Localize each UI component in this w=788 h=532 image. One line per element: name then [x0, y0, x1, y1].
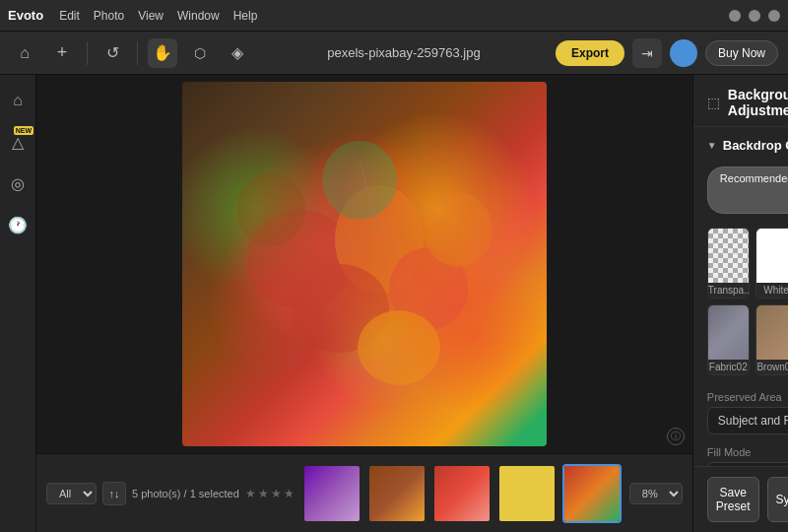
buy-now-button[interactable]: Buy Now [705, 40, 778, 66]
filmstrip: All ↑↓ 5 photo(s) / 1 selected ★ ★ ★ ★ [36, 453, 692, 532]
section-title: Backdrop Changer [723, 138, 788, 153]
panel-header: ⬚ Background Adjustments [693, 75, 788, 127]
thumbnail-5[interactable] [562, 464, 622, 523]
toolbar-separator-2 [137, 41, 138, 65]
history-icon: 🕐 [8, 216, 28, 234]
thumbnail-3[interactable] [432, 464, 492, 523]
panel-footer: Save Preset Sync ⚙ ? [693, 466, 788, 532]
panel-icon: ⬚ [707, 95, 720, 110]
star-1[interactable]: ★ [245, 487, 256, 500]
swatches-grid: Transpa... White Gray02 Black Fabric02 [693, 224, 788, 385]
swatch-transparent[interactable]: Transpa... [707, 228, 750, 299]
info-button[interactable]: ⓘ [667, 428, 685, 445]
share-button[interactable]: ⇥ [632, 38, 662, 68]
fill-mode-select[interactable]: Stretch Fill [707, 462, 788, 466]
thumbnail-1[interactable] [302, 464, 361, 523]
preserved-area-group: Preserved Area Subject and Related objec… [693, 385, 788, 440]
home-icon: ⌂ [13, 92, 23, 109]
menu-window[interactable]: Window [177, 9, 220, 23]
star-4[interactable]: ★ [284, 487, 295, 500]
main-layout: ⌂ NEW △ ◎ 🕐 [0, 75, 788, 532]
panel-title: Background Adjustments [728, 87, 788, 118]
preserved-area-label: Preserved Area [707, 391, 788, 403]
menu-help[interactable]: Help [233, 9, 258, 23]
sidebar-tool-history[interactable]: 🕐 [0, 207, 35, 242]
new-badge: NEW [14, 126, 33, 135]
svg-point-7 [358, 310, 440, 385]
tab-recommended[interactable]: Recommended [707, 166, 788, 214]
right-panel: ⬚ Background Adjustments ▼ Backdrop Chan… [692, 75, 788, 532]
menu-bar: Edit Photo View Window Help [59, 9, 729, 23]
star-2[interactable]: ★ [258, 487, 269, 500]
menu-photo[interactable]: Photo [94, 9, 124, 23]
fill-mode-group: Fill Mode Stretch Fill [693, 440, 788, 466]
radial-icon: ◎ [11, 174, 25, 193]
move-tool-button[interactable]: ✋ [148, 38, 177, 68]
home-button[interactable]: ⌂ [10, 38, 39, 68]
sort-button[interactable]: ↑↓ [102, 482, 126, 505]
filter-dropdown[interactable]: All [46, 483, 97, 504]
panel-content: ▼ Backdrop Changer ✏ Recommended My back… [693, 127, 788, 466]
swatch-brown03[interactable]: Brown03 [755, 304, 788, 375]
window-controls [729, 10, 780, 22]
thumbnail-2[interactable] [367, 464, 427, 523]
export-button[interactable]: Export [556, 40, 624, 66]
photo-count: 5 photo(s) / 1 selected [132, 488, 239, 499]
menu-edit[interactable]: Edit [59, 9, 80, 23]
sidebar-tool-home[interactable]: ⌂ [0, 83, 35, 118]
filmstrip-thumbnails [302, 464, 622, 523]
add-button[interactable]: + [47, 38, 77, 68]
backdrop-tabs: Recommended My backdrops NEW [693, 163, 788, 224]
toolbar-separator [87, 41, 88, 65]
preserved-area-select[interactable]: Subject and Related objects [707, 407, 788, 434]
swatch-fabric02[interactable]: Fabric02 [707, 304, 750, 375]
menu-view[interactable]: View [138, 9, 164, 23]
fill-mode-wrapper: Stretch Fill [707, 462, 788, 466]
app-name: Evoto [8, 8, 43, 23]
section-arrow-icon: ▼ [707, 140, 717, 151]
save-preset-button[interactable]: Save Preset [707, 477, 759, 522]
canvas-area: ⓘ All ↑↓ 5 photo(s) / 1 selected ★ ★ ★ ★ [36, 75, 692, 532]
zoom-dropdown[interactable]: 8% [629, 483, 683, 504]
title-bar: Evoto Edit Photo View Window Help [0, 0, 788, 32]
maximize-button[interactable] [749, 10, 760, 22]
toolbar: ⌂ + ↺ ✋ ⬡ ◈ pexels-pixabay-259763.jpg Ex… [0, 32, 788, 75]
filename-label: pexels-pixabay-259763.jpg [260, 45, 548, 60]
image-container: ⓘ [36, 75, 692, 453]
triangle-icon: △ [12, 133, 24, 152]
sync-button[interactable]: Sync [767, 477, 788, 522]
svg-point-6 [424, 192, 492, 267]
stamp-tool-button[interactable]: ⬡ [185, 38, 215, 68]
close-button[interactable] [768, 10, 780, 22]
thumbnail-4[interactable] [497, 464, 557, 523]
minimize-button[interactable] [729, 10, 741, 22]
svg-point-5 [236, 172, 305, 247]
svg-point-4 [322, 141, 397, 220]
section-header[interactable]: ▼ Backdrop Changer ✏ [693, 127, 788, 163]
sidebar-tool-new[interactable]: NEW △ [0, 124, 35, 160]
user-avatar[interactable] [670, 39, 697, 67]
preserved-area-wrapper: Subject and Related objects [707, 407, 788, 434]
star-rating[interactable]: ★ ★ ★ ★ [245, 487, 295, 500]
sidebar-tool-radial[interactable]: ◎ [0, 166, 35, 201]
left-sidebar: ⌂ NEW △ ◎ 🕐 [0, 75, 36, 532]
filmstrip-controls: All ↑↓ 5 photo(s) / 1 selected ★ ★ ★ ★ [46, 482, 295, 505]
star-3[interactable]: ★ [271, 487, 282, 500]
erase-tool-button[interactable]: ◈ [223, 38, 252, 68]
fill-mode-label: Fill Mode [707, 446, 788, 458]
main-image [182, 82, 547, 446]
swatch-white[interactable]: White [755, 228, 788, 299]
undo-button[interactable]: ↺ [98, 38, 127, 68]
